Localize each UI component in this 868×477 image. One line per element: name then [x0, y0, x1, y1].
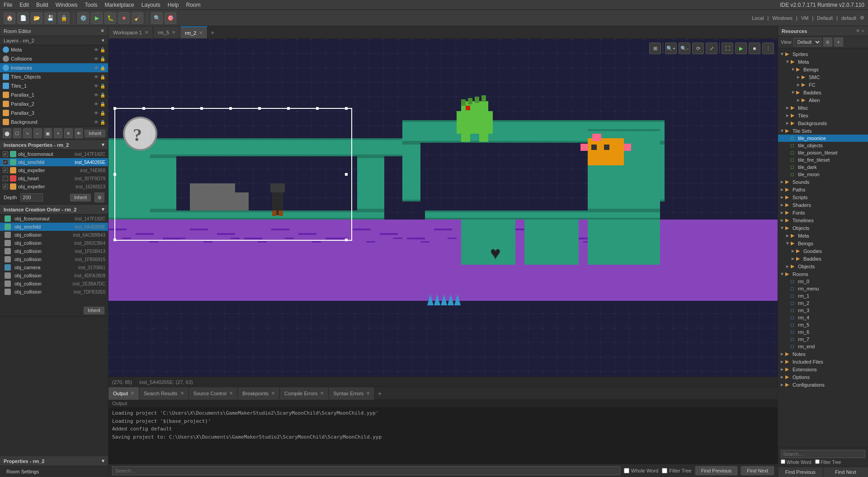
instance-heart[interactable]: ✓ obj_heart inst_307F9D79: [0, 174, 108, 182]
tab-breakpoints[interactable]: Breakpoints ✕: [238, 387, 280, 400]
tab-source-control-close[interactable]: ✕: [229, 391, 233, 396]
instance-fcosmonaut[interactable]: ✓ obj_fcosmonaut inst_147F192C: [0, 150, 108, 158]
tab-breakpoints-close[interactable]: ✕: [271, 391, 275, 396]
layer-instances-lock[interactable]: 🔒: [100, 65, 105, 70]
layer-collisions[interactable]: Collisions 👁 🔒: [0, 54, 108, 63]
creation-col-5[interactable]: obj_collision inst_4DFA2809: [0, 271, 108, 280]
layer-tool-corner[interactable]: ⌐: [33, 128, 42, 138]
tree-item-Tile_Sets[interactable]: ▼▶Tile Sets: [778, 127, 868, 135]
layer-meta-eye[interactable]: 👁: [94, 47, 99, 52]
find-next-button[interactable]: Find Next: [741, 466, 774, 475]
tree-item-Extensions[interactable]: ►▶Extensions: [778, 365, 868, 373]
tree-item-Goodies[interactable]: ►▶Goodies: [778, 247, 868, 255]
layers-dropdown-icon[interactable]: ▾: [102, 37, 104, 43]
layer-tiles-objects-lock[interactable]: 🔒: [100, 75, 105, 80]
menu-windows[interactable]: Windows: [56, 2, 78, 8]
tree-item-Baddies[interactable]: ►▶Baddies: [778, 255, 868, 262]
new-button[interactable]: 📄: [17, 12, 29, 24]
tab-rm5-close[interactable]: ✕: [172, 30, 175, 35]
tree-item-rm_1[interactable]: □rm_1: [778, 292, 868, 299]
creation-camera[interactable]: obj_camera inst_3170661: [0, 263, 108, 271]
tree-item-Objects[interactable]: ▼▶Objects: [778, 224, 868, 232]
tree-item-Objects[interactable]: ►▶Objects: [778, 262, 868, 270]
tree-item-Baddies[interactable]: ▼▶Baddies: [778, 89, 868, 96]
tree-item-rm_5[interactable]: □rm_5: [778, 321, 868, 328]
layer-collisions-lock[interactable]: 🔒: [100, 56, 105, 61]
tree-item-Misc[interactable]: ►▶Misc: [778, 104, 868, 112]
resources-whole-word-checkbox[interactable]: [781, 459, 785, 464]
creation-col-2[interactable]: obj_collision inst_2892CB64: [0, 239, 108, 247]
room-scene-canvas[interactable]: [108, 39, 778, 377]
creation-col-7[interactable]: obj_collision inst_7DFB32E0: [0, 288, 108, 296]
tree-item-Meta[interactable]: ▼▶Meta: [778, 58, 868, 65]
instances-properties-collapse-icon[interactable]: ▾: [102, 142, 104, 148]
target-default1[interactable]: Default: [817, 15, 833, 21]
tree-item-Timelines[interactable]: ►▶Timelines: [778, 216, 868, 224]
bottom-tab-add-button[interactable]: +: [375, 388, 385, 398]
instance-heart-check[interactable]: ✓: [3, 176, 8, 181]
find-next-button-right[interactable]: Find Next: [823, 467, 868, 477]
editor-fit-button[interactable]: ⤢: [706, 42, 717, 54]
resources-copy-button[interactable]: ⎘: [823, 37, 832, 47]
layer-tiles-objects-eye[interactable]: 👁: [94, 75, 99, 80]
instance-expeller-2[interactable]: ✓ obj_expeller inst_16266523: [0, 182, 108, 191]
resources-whole-word-option[interactable]: Whole Word: [781, 459, 811, 465]
layer-instances[interactable]: Instances 👁 🔒: [0, 63, 108, 72]
layer-tiles-1-lock[interactable]: 🔒: [100, 84, 105, 89]
editor-zoom-in-button[interactable]: 🔍+: [665, 42, 677, 54]
tab-search-results-close[interactable]: ✕: [180, 391, 184, 396]
tab-search-results[interactable]: Search Results ✕: [139, 387, 189, 400]
creation-inherit-button[interactable]: Inherit: [84, 307, 104, 314]
creation-col-4[interactable]: obj_collision inst_1FB06915: [0, 255, 108, 263]
layer-tool-path[interactable]: ⤷: [23, 128, 32, 138]
tree-item-Paths[interactable]: ►▶Paths: [778, 186, 868, 193]
editor-play-button[interactable]: ▶: [735, 42, 747, 54]
layer-collisions-eye[interactable]: 👁: [94, 56, 99, 61]
layer-inherit-button[interactable]: Inherit: [85, 130, 105, 137]
tab-syntax-errors-close[interactable]: ✕: [366, 391, 370, 396]
filter-tree-checkbox[interactable]: [662, 468, 667, 473]
layer-tool-box[interactable]: ☐: [13, 128, 22, 138]
debug-button[interactable]: 🐛: [104, 12, 116, 24]
creation-col-6[interactable]: obj_collision inst_2E3BA7DC: [0, 280, 108, 288]
resources-close-icon[interactable]: ✕: [856, 28, 860, 34]
menu-marketplace[interactable]: Marketplace: [104, 2, 134, 8]
layer-tiles-objects[interactable]: Tiles_Objects 👁 🔒: [0, 72, 108, 81]
menu-build[interactable]: Build: [36, 2, 48, 8]
tree-item-Sounds[interactable]: ►▶Sounds: [778, 178, 868, 186]
editor-zoom-reset-button[interactable]: ⟳: [692, 42, 704, 54]
find-previous-button[interactable]: Find Previous: [695, 466, 737, 475]
creation-order-header[interactable]: Instance Creation Order - rm_2 ▾: [0, 205, 108, 215]
target-settings-icon[interactable]: ⚙: [860, 15, 864, 21]
tree-item-tile_poison_tileset[interactable]: □tile_poison_tileset: [778, 149, 868, 156]
clean-button[interactable]: 🧹: [132, 12, 143, 24]
tree-item-Meta[interactable]: ►▶Meta: [778, 232, 868, 239]
creation-order-collapse-icon[interactable]: ▾: [102, 206, 104, 212]
tree-item-FC[interactable]: ►▶FC: [778, 81, 868, 89]
properties-header[interactable]: Properties - rm_2 ▾: [0, 456, 108, 466]
tab-compile-errors[interactable]: Compile Errors ✕: [280, 387, 329, 400]
tree-item-Notes[interactable]: ►▶Notes: [778, 350, 868, 358]
target-default2[interactable]: default: [841, 15, 856, 21]
tab-rm2-close[interactable]: ✕: [199, 30, 203, 35]
whole-word-checkbox[interactable]: [624, 468, 629, 473]
instance-fcosmonaut-check[interactable]: ✓: [3, 151, 8, 157]
layer-background-eye[interactable]: 👁: [94, 120, 99, 125]
tab-workspace1-close[interactable]: ✕: [145, 30, 148, 35]
tree-item-rm_4[interactable]: □rm_4: [778, 314, 868, 321]
instance-smchild-check[interactable]: ✓: [3, 159, 8, 165]
tree-item-tile_objects[interactable]: □tile_objects: [778, 142, 868, 149]
creation-fcosmonaut[interactable]: obj_fcosmonaut inst_147F192C: [0, 215, 108, 223]
editor-fullscreen-button[interactable]: ⛶: [722, 42, 733, 54]
tab-rm2[interactable]: rm_2 ✕: [180, 26, 208, 39]
tree-item-rm_2[interactable]: □rm_2: [778, 299, 868, 307]
tree-item-rm_6[interactable]: □rm_6: [778, 328, 868, 336]
filter-tree-option[interactable]: Filter Tree: [662, 468, 692, 473]
resources-view-select[interactable]: Default: [793, 38, 821, 47]
whole-word-option[interactable]: Whole Word: [624, 468, 658, 473]
layer-parallax-1[interactable]: Parallax_1 👁 🔒: [0, 90, 108, 99]
layer-tool-del[interactable]: ✕: [64, 128, 73, 138]
tree-item-Shaders[interactable]: ►▶Shaders: [778, 201, 868, 209]
tab-rm5[interactable]: rm_5 ✕: [153, 26, 180, 39]
open-button[interactable]: 📂: [31, 12, 42, 24]
